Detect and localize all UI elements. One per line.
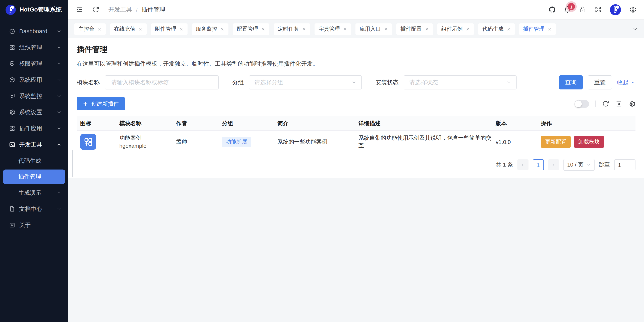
sidebar-item[interactable]: 插件管理 <box>3 170 65 184</box>
tab-close-icon[interactable] <box>302 27 306 31</box>
sidebar-item-label: 文档中心 <box>19 205 42 213</box>
breadcrumb-parent[interactable]: 开发工具 <box>108 6 132 13</box>
sidebar-item[interactable]: 组织管理 <box>0 40 68 55</box>
pagination: 共 1 条 1 10 / 页 跳至 <box>77 159 636 171</box>
sidebar-item[interactable]: 系统监控 <box>0 88 68 104</box>
tab-close-icon[interactable] <box>343 27 347 31</box>
reload-icon[interactable] <box>92 6 99 13</box>
tab[interactable]: 配置管理 <box>232 23 269 35</box>
group-tag: 功能扩展 <box>222 136 251 147</box>
tab-label: 定时任务 <box>278 25 299 32</box>
tab[interactable]: 代码生成 <box>478 23 515 35</box>
chev-down-icon <box>57 45 61 50</box>
sidebar-item[interactable]: 关于 <box>0 217 68 233</box>
column-settings-gear-icon[interactable] <box>629 100 636 107</box>
update-config-button[interactable]: 更新配置 <box>541 136 571 148</box>
settings-gear-icon[interactable] <box>629 6 636 13</box>
scrollbar-thumb[interactable] <box>72 150 73 177</box>
doc-icon <box>9 206 15 212</box>
sidebar-item[interactable]: 文档中心 <box>0 201 68 217</box>
app-logo-row[interactable]: HotGo管理系统 <box>0 0 68 19</box>
collapse-filters-link[interactable]: 收起 <box>617 79 636 86</box>
sidebar-item[interactable]: 生成演示 <box>0 185 68 201</box>
sidebar-item[interactable]: 开发工具 <box>0 137 68 152</box>
sidebar-item[interactable]: 插件应用 <box>0 121 68 136</box>
column-header: 简介 <box>274 119 355 127</box>
tab-close-icon[interactable] <box>384 27 388 31</box>
tab-close-icon[interactable] <box>261 27 265 31</box>
sidebar-item[interactable]: 权限管理 <box>0 56 68 71</box>
tab[interactable]: 插件管理 <box>519 23 556 35</box>
page-content: 插件管理 在这里可以管理和创建插件模板，开发独立、临时性、工具类型的功能时推荐使… <box>68 38 644 178</box>
notifications-bell-icon[interactable]: 1 <box>564 6 571 13</box>
tabs-dropdown-icon[interactable] <box>632 26 638 32</box>
tab-close-icon[interactable] <box>179 27 183 31</box>
filter-bar: 模块名称 分组 请选择分组 安装状态 请选择状态 查询 重置 <box>77 75 636 89</box>
tab[interactable]: 应用入口 <box>355 23 392 35</box>
module-name-cell: 功能案例 hgexample <box>116 134 172 150</box>
avatar[interactable] <box>610 4 621 15</box>
tab-label: 代码生成 <box>482 25 504 32</box>
sidebar-item-label: 代码生成 <box>18 157 41 165</box>
tab-close-icon[interactable] <box>506 27 510 31</box>
lock-screen-icon[interactable] <box>579 6 586 13</box>
sidebar-item-label: 插件管理 <box>18 173 41 181</box>
group-label: 分组 <box>232 79 244 86</box>
column-header: 详细描述 <box>355 119 492 127</box>
shield-icon <box>9 60 15 67</box>
tab-label: 配置管理 <box>237 25 258 32</box>
filter-actions: 查询 重置 收起 <box>559 75 636 89</box>
tab-close-icon[interactable] <box>466 27 470 31</box>
column-header: 版本 <box>492 119 538 127</box>
sidebar-item[interactable]: 代码生成 <box>0 153 68 169</box>
page-description: 在这里可以管理和创建插件模板，开发独立、临时性、工具类型的功能时推荐使用插件化开… <box>77 60 636 68</box>
install-status-select[interactable]: 请选择状态 <box>404 75 516 89</box>
search-button[interactable]: 查询 <box>559 75 583 89</box>
tab[interactable]: 在线充值 <box>110 23 146 35</box>
plugin-table: 图标 模块名称 作者 分组 简介 详细描述 版本 操作 <box>77 116 636 153</box>
page-size-select[interactable]: 10 / 页 <box>563 159 594 171</box>
group-select[interactable]: 请选择分组 <box>249 75 362 89</box>
jump-to-input[interactable] <box>614 159 636 170</box>
module-name-input[interactable] <box>110 79 213 86</box>
tab-close-icon[interactable] <box>98 27 101 31</box>
prev-page-button[interactable] <box>517 159 528 170</box>
tab[interactable]: 主控台 <box>74 23 106 35</box>
striped-toggle[interactable] <box>574 100 589 108</box>
sidebar-item[interactable]: 系统应用 <box>0 72 68 88</box>
about-icon <box>9 222 15 228</box>
next-page-button[interactable] <box>548 159 559 170</box>
refresh-table-icon[interactable] <box>602 100 609 107</box>
tab-close-icon[interactable] <box>425 27 428 31</box>
collapse-sidebar-icon[interactable] <box>76 6 83 13</box>
create-plugin-label: 创建新插件 <box>91 100 119 108</box>
current-page-button[interactable]: 1 <box>532 159 544 170</box>
tab[interactable]: 字典管理 <box>314 23 351 35</box>
tab-close-icon[interactable] <box>548 27 551 31</box>
chev-up-icon <box>57 142 61 147</box>
tab-close-icon[interactable] <box>220 27 224 31</box>
tab[interactable]: 定时任务 <box>274 23 310 35</box>
reset-button[interactable]: 重置 <box>588 75 612 89</box>
tab[interactable]: 附件管理 <box>151 23 187 35</box>
sidebar-item[interactable]: 系统设置 <box>0 104 68 120</box>
create-plugin-button[interactable]: 创建新插件 <box>77 97 125 110</box>
tab-close-icon[interactable] <box>138 27 142 31</box>
module-name: 功能案例 <box>119 134 172 142</box>
tab[interactable]: 插件配置 <box>396 23 433 35</box>
sidebar-item-label: 插件应用 <box>19 125 42 132</box>
sidebar-item-label: 系统设置 <box>19 108 42 116</box>
column-header: 作者 <box>172 119 219 127</box>
tab[interactable]: 组件示例 <box>437 23 474 35</box>
plugin-tile-icon <box>80 134 96 150</box>
top-header: 开发工具 / 插件管理 1 <box>68 0 644 19</box>
tab[interactable]: 服务监控 <box>192 23 228 35</box>
app-logo-icon <box>6 5 16 15</box>
uninstall-module-button[interactable]: 卸载模块 <box>574 136 604 148</box>
sidebar-item[interactable]: Dashboard <box>0 23 68 39</box>
group-cell: 功能扩展 <box>219 136 274 147</box>
table-tools <box>574 100 636 108</box>
fullscreen-icon[interactable] <box>594 6 602 13</box>
density-icon[interactable] <box>616 100 622 107</box>
github-icon[interactable] <box>548 6 556 13</box>
